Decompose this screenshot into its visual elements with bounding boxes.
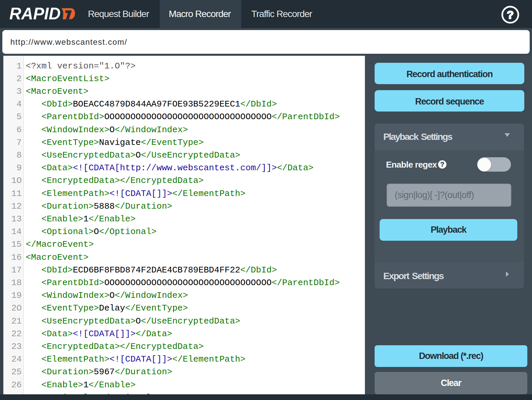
svg-text:?: ? bbox=[507, 8, 514, 21]
svg-text:RAPID: RAPID bbox=[9, 5, 60, 23]
